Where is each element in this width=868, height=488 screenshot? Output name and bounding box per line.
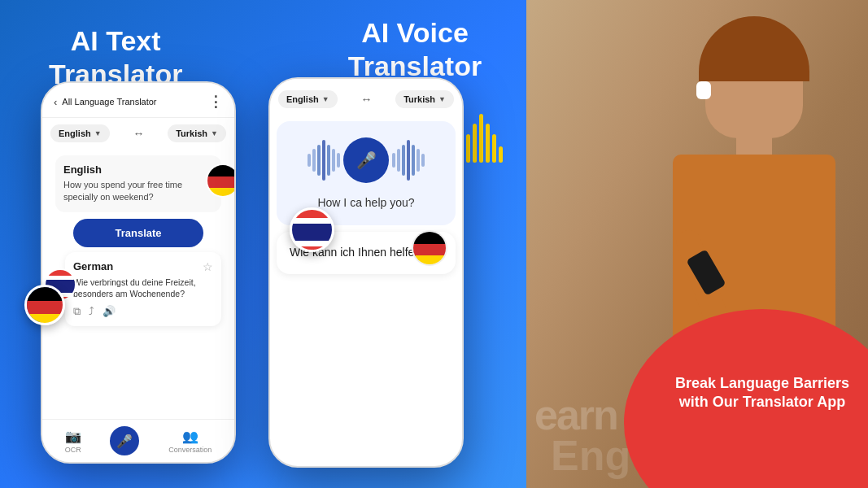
source-lang-right[interactable]: English ▼ — [278, 90, 338, 108]
menu-dots-icon[interactable]: ⋮ — [208, 93, 223, 111]
break-barriers-line2: with Our Translator App — [675, 393, 849, 412]
conversation-icon: 👥 — [182, 429, 198, 444]
chevron-source-right-icon: ▼ — [322, 95, 329, 103]
chevron-source-icon: ▼ — [94, 129, 102, 137]
german-flag-input — [206, 163, 236, 198]
svg-rect-10 — [292, 224, 334, 241]
phone-left: ‹ All Language Translator ⋮ English ▼ ↔ … — [41, 81, 236, 464]
phone-left-topbar: ‹ All Language Translator ⋮ — [42, 83, 234, 118]
input-text: How you spend your free time specially o… — [63, 179, 213, 204]
right-title: AI Voice Translator — [317, 16, 513, 83]
svg-rect-4 — [46, 276, 76, 280]
phone-right-lang-bar: English ▼ ↔ Turkish ▼ — [270, 79, 462, 115]
chevron-target-right-icon: ▼ — [438, 95, 446, 103]
swap-langs-right[interactable]: ↔ — [341, 93, 393, 106]
conversation-nav[interactable]: 👥 Conversation — [168, 429, 212, 454]
german-flag-right-phone — [412, 230, 447, 266]
svg-rect-18 — [413, 255, 447, 266]
output-text: Wie verbringst du deine Freizeit, besond… — [73, 277, 213, 300]
svg-rect-14 — [27, 301, 65, 314]
input-lang-label: English — [63, 163, 213, 176]
camera-icon: 📷 — [65, 429, 81, 444]
target-lang-right[interactable]: Turkish ▼ — [395, 90, 454, 108]
speak-icon[interactable]: 🔊 — [103, 305, 116, 318]
input-area[interactable]: English How you spend your free time spe… — [55, 155, 221, 212]
svg-rect-16 — [413, 232, 447, 244]
phone-right: English ▼ ↔ Turkish ▼ — [268, 77, 464, 468]
chevron-target-icon: ▼ — [211, 129, 218, 137]
break-barriers-line1: Break Language Barriers — [675, 374, 849, 393]
svg-rect-9 — [292, 218, 334, 224]
output-lang-label: German — [73, 260, 113, 272]
svg-rect-0 — [207, 165, 236, 176]
mic-button-right[interactable]: 🎤 — [343, 137, 389, 183]
german-flag-floating — [24, 285, 65, 325]
output-actions: ⧉ ⤴ 🔊 — [73, 305, 213, 318]
output-area: German ☆ Wie verbringst du deine Freizei… — [65, 252, 221, 326]
microphone-icon: 🎤 — [116, 434, 133, 449]
phone-left-bottombar: 📷 OCR 🎤 👥 Conversation — [42, 419, 234, 462]
share-icon[interactable]: ⤴ — [89, 305, 94, 318]
thai-flag-floating — [290, 207, 334, 252]
svg-rect-1 — [207, 176, 236, 188]
app-title: All Language Translator — [62, 97, 156, 107]
voice-waveform: 🎤 — [308, 137, 425, 183]
voice-prompt-text: How I ca help you? — [317, 196, 414, 209]
translate-button[interactable]: Translate — [73, 219, 203, 247]
copy-icon[interactable]: ⧉ — [73, 305, 81, 318]
svg-rect-17 — [413, 244, 447, 255]
phone-left-lang-bar: English ▼ ↔ Turkish ▼ — [42, 118, 234, 149]
star-icon[interactable]: ☆ — [203, 260, 213, 273]
ocr-nav[interactable]: 📷 OCR — [65, 429, 81, 454]
back-arrow-icon[interactable]: ‹ — [54, 96, 57, 108]
microphone-voice-icon: 🎤 — [356, 150, 377, 170]
target-lang-left[interactable]: Turkish ▼ — [168, 124, 226, 142]
source-lang-left[interactable]: English ▼ — [50, 124, 110, 142]
sound-waves-decoration — [460, 114, 503, 163]
mic-button-left[interactable]: 🎤 — [110, 426, 139, 455]
swap-langs-left[interactable]: ↔ — [113, 127, 165, 140]
